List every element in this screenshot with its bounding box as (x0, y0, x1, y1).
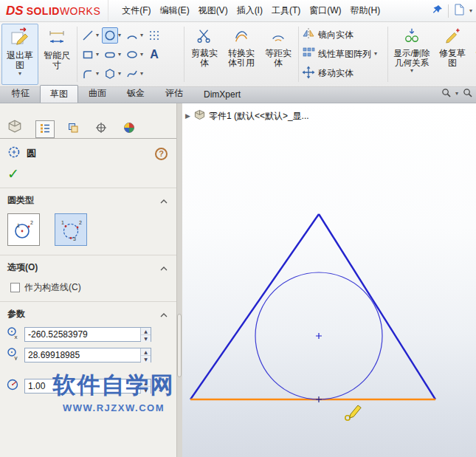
triangle-left-edge[interactable] (190, 214, 319, 399)
display-delete-relations-button[interactable]: 显示/删除几何关系 ▾ (390, 24, 434, 85)
construction-checkbox[interactable] (10, 283, 20, 292)
tangent-point-marker (316, 396, 322, 402)
collapse-chevron-icon[interactable] (160, 261, 168, 274)
ok-check-button[interactable]: ✓ (7, 165, 19, 182)
sketch-canvas[interactable] (182, 103, 476, 457)
mirror-entities-label: 镜向实体 (318, 29, 353, 41)
menu-help[interactable]: 帮助(H) (346, 1, 385, 21)
chevron-down-icon[interactable]: ▾ (410, 68, 413, 74)
chevron-down-icon[interactable]: ▾ (118, 71, 124, 77)
spin-up-button[interactable]: ▲ (141, 348, 151, 356)
radius-icon (6, 378, 19, 394)
tab-features[interactable]: 特征 (1, 84, 40, 103)
chevron-down-icon[interactable]: ▾ (118, 32, 124, 38)
tree-expand-icon[interactable]: ▶ (185, 112, 190, 120)
solidworks-wordmark: SOLIDWORKS (27, 5, 101, 17)
feature-tree-item[interactable]: ▶ 零件1 (默认<<默认>_显... (185, 109, 309, 123)
magnifier-icon[interactable] (441, 87, 451, 100)
param-row-radius: ▲▼ (0, 376, 176, 396)
chevron-down-icon[interactable]: ▾ (96, 71, 102, 77)
chevron-down-icon[interactable]: ▾ (96, 52, 102, 58)
chevron-down-icon[interactable]: ▾ (96, 32, 102, 38)
convert-entities-button[interactable]: 转换实体引用 (223, 24, 260, 85)
point-grid-tool-button[interactable] (146, 27, 162, 44)
appearances-tab[interactable] (120, 119, 139, 137)
convert-entities-icon (233, 27, 249, 47)
circle-type-section-header[interactable]: 圆类型 (0, 188, 176, 210)
rectangle-tool-button[interactable] (80, 47, 96, 63)
tab-sketch[interactable]: 草图 (40, 85, 78, 103)
spline-tool-button[interactable] (124, 66, 140, 82)
exit-sketch-button[interactable]: 退出草图 ▾ (1, 24, 38, 85)
ellipse-tool-button[interactable] (124, 47, 140, 63)
chevron-down-icon[interactable]: ▾ (140, 52, 146, 58)
options-section-header[interactable]: 选项(O) (0, 255, 176, 278)
arc-tool-button[interactable] (124, 27, 140, 44)
polygon-tool-button[interactable] (102, 66, 118, 82)
smart-dimension-button[interactable]: 智能尺寸 (38, 24, 75, 85)
chevron-down-icon[interactable]: ▾ (18, 71, 21, 77)
chevron-down-icon[interactable]: ▾ (374, 51, 377, 57)
chevron-down-icon[interactable]: ▾ (469, 8, 472, 14)
linear-sketch-pattern-button[interactable]: 线性草图阵列 ▾ (300, 44, 386, 63)
mirror-entities-button[interactable]: 镜向实体 (300, 25, 386, 44)
fillet-tool-button[interactable] (80, 66, 96, 82)
x-coordinate-input[interactable] (25, 328, 140, 341)
triangle-right-edge[interactable] (319, 214, 435, 399)
chevron-down-icon[interactable]: ▾ (140, 71, 146, 77)
new-document-icon[interactable] (454, 4, 464, 18)
spin-up-button[interactable]: ▲ (141, 328, 151, 335)
radius-spinner: ▲▼ (140, 379, 151, 393)
tab-dimxpert[interactable]: DimXpert (193, 86, 251, 103)
slot-tool-button[interactable] (102, 47, 118, 63)
menu-window[interactable]: 窗口(W) (305, 1, 345, 21)
menu-file[interactable]: 文件(F) (117, 1, 155, 21)
perimeter-circle-type-button[interactable]: 123 (55, 213, 87, 246)
magnifier-icon[interactable] (463, 87, 472, 100)
configuration-manager-tab[interactable] (63, 119, 83, 137)
tab-surfaces[interactable]: 曲面 (78, 84, 117, 103)
svg-text:3: 3 (73, 236, 76, 241)
move-entities-button[interactable]: 移动实体 (300, 64, 386, 83)
tab-evaluate[interactable]: 评估 (155, 84, 193, 103)
spin-down-button[interactable]: ▼ (141, 387, 151, 394)
quick-snaps-button[interactable]: 快 (471, 24, 476, 85)
tab-sheet-metal[interactable]: 钣金 (117, 84, 155, 103)
pin-menu-icon[interactable] (432, 4, 443, 18)
spin-up-button[interactable]: ▲ (141, 379, 151, 387)
menu-bar: DS SOLIDWORKS 文件(F) 编辑(E) 视图(V) 插入(I) 工具… (0, 0, 476, 22)
trim-entities-button[interactable]: 剪裁实体 (186, 24, 223, 85)
circle-type-title: 圆类型 (7, 194, 34, 207)
circle-tool-button[interactable] (102, 27, 118, 44)
offset-entities-button[interactable]: 等距实体 (260, 24, 297, 85)
collapse-chevron-icon[interactable] (160, 307, 168, 320)
menu-insert[interactable]: 插入(I) (232, 1, 267, 21)
parameters-section-header[interactable]: 参数 (0, 301, 176, 324)
collapse-chevron-icon[interactable] (160, 193, 168, 207)
spin-down-button[interactable]: ▼ (141, 356, 151, 362)
property-manager-tab[interactable] (35, 120, 55, 138)
chevron-down-icon[interactable]: ▾ (140, 32, 146, 38)
spin-down-button[interactable]: ▼ (141, 335, 151, 342)
circle-tool-icon (7, 145, 21, 162)
menu-tools[interactable]: 工具(T) (267, 1, 305, 21)
splitter-grip[interactable] (177, 314, 182, 377)
construction-line-option[interactable]: 作为构造线(C) (0, 278, 176, 301)
y-coordinate-input[interactable] (25, 348, 140, 362)
dimxpert-manager-tab[interactable] (92, 119, 111, 137)
graphics-viewport[interactable]: ▶ 零件1 (默认<<默认>_显... (182, 103, 476, 457)
menu-edit[interactable]: 编辑(E) (156, 1, 194, 21)
text-tool-button[interactable]: A (146, 47, 162, 63)
chevron-down-icon[interactable]: ▾ (455, 91, 458, 97)
offset-entities-label: 等距实体 (261, 49, 295, 68)
feature-tree-icon[interactable] (7, 119, 22, 137)
help-icon[interactable]: ? (155, 148, 168, 160)
repair-sketch-icon (444, 27, 461, 47)
chevron-down-icon[interactable]: ▾ (118, 52, 124, 58)
radius-input[interactable] (25, 379, 140, 393)
line-tool-button[interactable] (80, 27, 96, 44)
center-circle-type-button[interactable]: 12 (7, 213, 40, 246)
panel-splitter[interactable] (177, 103, 182, 457)
repair-sketch-button[interactable]: 修复草图 (434, 24, 471, 85)
menu-view[interactable]: 视图(V) (194, 1, 232, 21)
